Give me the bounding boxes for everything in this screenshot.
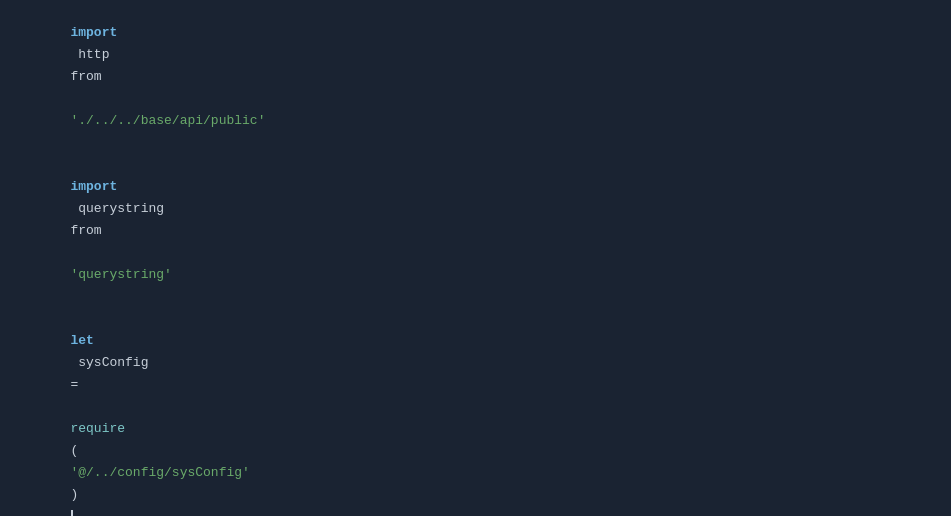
code-editor: import http from './../../base/api/publi… bbox=[0, 0, 951, 516]
code-line-1: import http from './../../base/api/publi… bbox=[0, 0, 951, 154]
cursor bbox=[71, 510, 73, 516]
code-lines: import http from './../../base/api/publi… bbox=[0, 0, 951, 516]
code-line-3: let sysConfig = require ( '@/../config/s… bbox=[0, 308, 951, 516]
code-line-2: import querystring from 'querystring' bbox=[0, 154, 951, 308]
